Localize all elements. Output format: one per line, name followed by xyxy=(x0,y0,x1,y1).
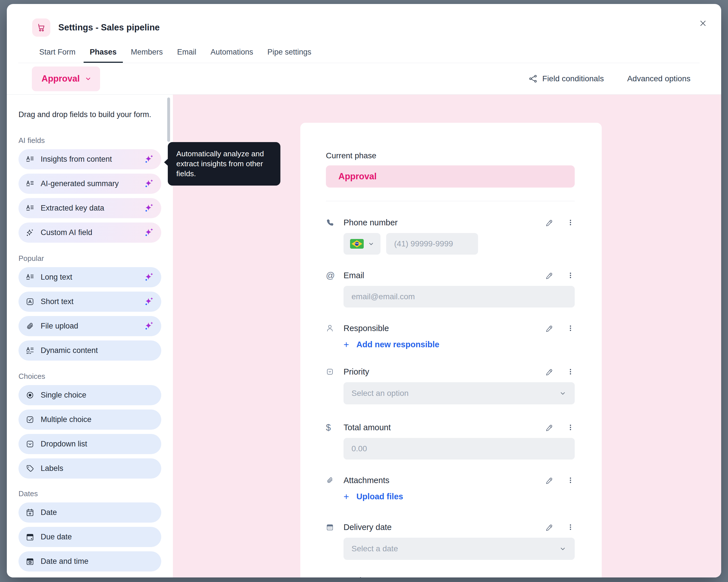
edit-field-button[interactable] xyxy=(545,523,553,531)
plus-icon: + xyxy=(343,492,349,501)
email-input[interactable] xyxy=(343,286,575,307)
edit-field-button[interactable] xyxy=(545,367,553,376)
sidebar-scrollbar[interactable] xyxy=(167,98,170,142)
at-icon: @ xyxy=(326,271,335,280)
kebab-icon xyxy=(566,423,575,432)
field-attachments: Attachments + Upload files xyxy=(326,475,575,501)
field-pill-dynamic-content[interactable]: Dynamic content xyxy=(19,340,161,361)
paperclip-icon xyxy=(26,322,34,331)
field-pill-due-date[interactable]: Due date xyxy=(19,527,161,547)
priority-select[interactable]: Select an option xyxy=(343,382,575,405)
shopping-cart-icon xyxy=(36,23,46,33)
ai-sparkle-icon xyxy=(144,297,154,306)
advanced-options-button[interactable]: Advanced options xyxy=(627,74,691,83)
amount-input[interactable] xyxy=(343,438,575,460)
calendar-plus-icon xyxy=(26,508,34,517)
pencil-icon xyxy=(545,367,553,376)
field-pill-label: Date xyxy=(41,508,57,517)
field-menu-button[interactable] xyxy=(566,423,575,432)
page-title: Settings - Sales pipeline xyxy=(58,19,160,37)
country-code-select[interactable] xyxy=(343,233,381,255)
pencil-icon xyxy=(545,324,553,332)
tab-email[interactable]: Email xyxy=(171,48,203,63)
section-title: Choices xyxy=(19,372,173,381)
phone-input[interactable] xyxy=(386,233,478,255)
edit-field-button[interactable] xyxy=(545,423,553,432)
paperclip-icon xyxy=(326,476,334,484)
upload-files-link[interactable]: + Upload files xyxy=(343,492,403,501)
pencil-icon xyxy=(545,423,553,432)
field-label: Card ID xyxy=(343,576,372,578)
edit-field-button[interactable] xyxy=(545,324,553,332)
field-pill-label: Labels xyxy=(41,464,63,473)
form-preview-card: Current phase Approval Phone number xyxy=(300,123,602,578)
ai-sparkle-icon xyxy=(144,227,154,237)
field-pill-label: AI-generated summary xyxy=(41,179,119,188)
field-pill-label: Custom AI field xyxy=(41,228,93,237)
field-pill-label: Dropdown list xyxy=(41,440,87,448)
field-label: Responsible xyxy=(343,324,389,333)
tab-bar: Start Form Phases Members Email Automati… xyxy=(18,40,700,63)
field-pill-extracted-key-data[interactable]: Extracted key data xyxy=(19,198,161,218)
tab-start-form[interactable]: Start Form xyxy=(33,48,82,63)
field-pill-label: Dynamic content xyxy=(41,346,98,355)
calendar-clock-icon xyxy=(26,557,34,566)
text-lines-icon xyxy=(26,273,34,282)
edit-field-button[interactable] xyxy=(545,476,553,484)
plus-icon: + xyxy=(343,340,349,349)
field-pill-long-text[interactable]: Long text xyxy=(19,267,161,287)
tab-pipe-settings[interactable]: Pipe settings xyxy=(261,48,318,63)
current-phase-value: Approval xyxy=(338,171,376,182)
tab-members[interactable]: Members xyxy=(125,48,169,63)
field-responsible: Responsible + Add new responsible xyxy=(326,324,575,349)
edit-field-button[interactable] xyxy=(545,576,553,578)
tab-phases[interactable]: Phases xyxy=(84,48,123,63)
field-pill-insights-from-content[interactable]: Insights from content xyxy=(19,149,161,169)
field-total-amount: $ Total amount xyxy=(326,422,575,460)
pencil-icon xyxy=(545,218,553,227)
field-pill-ai-generated-summary[interactable]: AI-generated summary xyxy=(19,174,161,194)
field-pill-date-and-time[interactable]: Date and time xyxy=(19,551,161,572)
field-pill-multiple-choice[interactable]: Multiple choice xyxy=(19,410,161,430)
edit-field-button[interactable] xyxy=(545,218,553,227)
field-menu-button[interactable] xyxy=(566,576,575,578)
field-pill-date[interactable]: Date xyxy=(19,502,161,523)
text-lines-icon xyxy=(26,204,34,213)
tag-icon xyxy=(26,464,34,473)
edit-field-button[interactable] xyxy=(545,271,553,280)
divider xyxy=(326,201,575,201)
field-pill-dropdown-list[interactable]: Dropdown list xyxy=(19,434,161,454)
delivery-date-select[interactable]: Select a date xyxy=(343,538,575,560)
current-phase-label: Current phase xyxy=(326,151,575,160)
field-pill-short-text[interactable]: Short text xyxy=(19,292,161,312)
add-responsible-link[interactable]: + Add new responsible xyxy=(343,340,439,349)
field-label: Total amount xyxy=(343,423,391,432)
field-pill-custom-ai-field[interactable]: Custom AI field xyxy=(19,223,161,243)
field-pill-label: Single choice xyxy=(41,391,86,399)
phase-selector[interactable]: Approval xyxy=(32,66,100,91)
section-title: Dates xyxy=(19,489,173,498)
field-menu-button[interactable] xyxy=(566,367,575,376)
field-pill-single-choice[interactable]: Single choice xyxy=(19,385,161,405)
field-priority: Priority Select an option xyxy=(326,367,575,405)
chevron-down-icon xyxy=(368,241,374,247)
field-conditionals-button[interactable]: Field conditionals xyxy=(529,74,604,83)
close-button[interactable] xyxy=(697,17,709,30)
wand-sparkle-icon xyxy=(26,228,34,237)
field-menu-button[interactable] xyxy=(566,324,575,332)
field-menu-button[interactable] xyxy=(566,523,575,531)
field-pill-labels[interactable]: Labels xyxy=(19,459,161,478)
section-popular: Popular Long text Short text File u xyxy=(19,254,173,361)
tab-automations[interactable]: Automations xyxy=(204,48,259,63)
advanced-options-label: Advanced options xyxy=(627,74,691,83)
settings-modal: Settings - Sales pipeline Start Form Pha… xyxy=(7,4,721,578)
field-pill-file-upload[interactable]: File upload xyxy=(19,316,161,336)
pencil-icon xyxy=(545,271,553,280)
field-menu-button[interactable] xyxy=(566,271,575,280)
field-menu-button[interactable] xyxy=(566,218,575,227)
phone-icon xyxy=(326,219,334,226)
field-menu-button[interactable] xyxy=(566,476,575,484)
field-pill-label: Insights from content xyxy=(41,155,112,164)
pencil-icon xyxy=(545,523,553,531)
kebab-icon xyxy=(566,271,575,280)
